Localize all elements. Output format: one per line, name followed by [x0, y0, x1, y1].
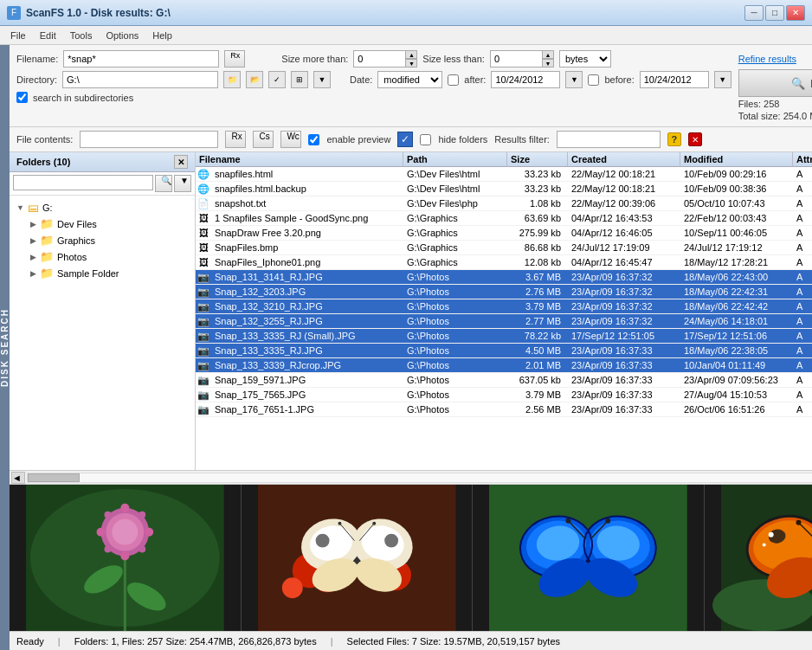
col-header-filename[interactable]: Filename	[196, 152, 403, 166]
after-date-btn[interactable]: ▼	[565, 71, 583, 88]
before-date-input[interactable]	[640, 71, 709, 88]
tree-item-graphics[interactable]: ▶ 📁 Graphics	[27, 232, 191, 248]
file-cell-name: snapfiles.html	[211, 168, 403, 180]
close-button[interactable]: ✕	[786, 5, 805, 21]
title-bar: F ScanFS 1.0 - Disk results: G:\ ─ □ ✕	[0, 0, 812, 26]
contents-btn2[interactable]: Cs	[253, 131, 274, 148]
subdirectories-label: search in subdirectories	[33, 93, 133, 103]
size-more-up[interactable]: ▲	[405, 50, 417, 59]
table-row[interactable]: 📷 Snap_133_3335_RJ (Small).JPG G:\Photos…	[196, 329, 812, 344]
menu-edit[interactable]: Edit	[33, 29, 63, 42]
table-row[interactable]: 🌐 snapfiles.html G:\Dev Files\html 33.23…	[196, 167, 812, 182]
table-row[interactable]: 📷 Snap_132_3203.JPG G:\Photos 2.76 MB 23…	[196, 285, 812, 299]
tree-item-devfiles[interactable]: ▶ 📁 Dev Files	[27, 216, 191, 232]
menu-tools[interactable]: Tools	[63, 29, 100, 42]
tree-item-g[interactable]: ▼ 🖴 G:	[13, 199, 191, 216]
table-row[interactable]: 📷 Snap_131_3141_RJ.JPG G:\Photos 3.67 MB…	[196, 270, 812, 285]
file-cell-attrib: A	[793, 374, 812, 386]
directory-input[interactable]	[62, 71, 218, 88]
table-row[interactable]: 📷 Snap_176_7651-1.JPG G:\Photos 2.56 MB …	[196, 402, 812, 417]
svg-point-13	[104, 546, 111, 553]
after-date-input[interactable]	[491, 71, 560, 88]
dir-btn4[interactable]: ⊞	[291, 71, 308, 88]
dir-btn3[interactable]: ✓	[268, 71, 286, 88]
hide-folders-checkbox[interactable]	[420, 134, 431, 145]
file-cell-attrib: A	[793, 212, 812, 224]
tree-item-samplefolder[interactable]: ▶ 📁 Sample Folder	[27, 265, 191, 281]
minimize-button[interactable]: ─	[744, 5, 764, 21]
size-unit-select[interactable]: bytes kb mb gb	[559, 50, 611, 68]
hscroll-thumb[interactable]	[28, 473, 80, 482]
table-row[interactable]: 📷 Snap_132_3255_RJ.JPG G:\Photos 2.77 MB…	[196, 314, 812, 329]
results-filter-input[interactable]	[557, 131, 661, 148]
table-row[interactable]: 🖼 SnapFiles.bmp G:\Graphics 86.68 kb 24/…	[196, 241, 812, 255]
table-row[interactable]: 📷 Snap_133_3339_RJcrop.JPG G:\Photos 2.0…	[196, 358, 812, 373]
menu-help[interactable]: Help	[145, 29, 179, 42]
table-row[interactable]: 🖼 1 Snapfiles Sample - GoodSync.png G:\G…	[196, 211, 812, 226]
table-row[interactable]: 🌐 snapfiles.html.backup G:\Dev Files\htm…	[196, 182, 812, 196]
table-row[interactable]: 📄 snapshot.txt G:\Dev Files\php 1.08 kb …	[196, 196, 812, 211]
filename-input[interactable]	[63, 50, 219, 68]
file-cell-modified: 22/Feb/12 00:03:43	[680, 212, 793, 224]
table-row[interactable]: 🖼 SnapFiles_Iphone01.png G:\Graphics 12.…	[196, 255, 812, 270]
file-cell-name: Snap_131_3141_RJ.JPG	[211, 271, 403, 283]
folders-close-button[interactable]: ✕	[174, 155, 188, 169]
dir-btn5[interactable]: ▼	[313, 71, 331, 88]
clear-filter-button[interactable]: ✕	[688, 132, 702, 146]
enable-preview-checkbox[interactable]	[308, 134, 319, 145]
tree-item-photos[interactable]: ▶ 📁 Photos	[27, 248, 191, 265]
contents-btn3[interactable]: Wc	[280, 131, 301, 148]
file-cell-modified: 10/Feb/09 00:29:16	[680, 168, 793, 180]
help-icon[interactable]: ?	[667, 132, 681, 146]
folder-filter-btn[interactable]: ▼	[174, 175, 191, 192]
col-header-modified[interactable]: Modified	[680, 152, 793, 166]
table-row[interactable]: 🖼 SnapDraw Free 3.20.png G:\Graphics 275…	[196, 226, 812, 241]
size-less-value[interactable]	[490, 50, 542, 68]
col-header-path[interactable]: Path	[403, 152, 507, 166]
table-row[interactable]: 📷 Snap_133_3335_RJ.JPG G:\Photos 4.50 MB…	[196, 344, 812, 358]
table-row[interactable]: 📷 Snap_159_5971.JPG G:\Photos 637.05 kb …	[196, 373, 812, 388]
size-less-up[interactable]: ▲	[542, 50, 554, 59]
filename-btn1[interactable]: Rx	[224, 50, 245, 68]
col-header-size[interactable]: Size	[507, 152, 568, 166]
size-more-value[interactable]	[353, 50, 405, 68]
subdirectories-checkbox[interactable]	[16, 92, 28, 103]
folder-search-input[interactable]	[13, 175, 153, 190]
menu-options[interactable]: Options	[99, 29, 145, 42]
file-contents-input[interactable]	[80, 131, 218, 148]
table-row[interactable]: 📷 Snap_132_3210_RJ.JPG G:\Photos 3.79 MB…	[196, 299, 812, 314]
file-cell-created: 23/Apr/09 16:37:33	[568, 389, 680, 401]
date-modifier-select[interactable]: modified created accessed	[377, 71, 442, 88]
svg-point-66	[763, 544, 766, 547]
folder-search-btn[interactable]: 🔍	[155, 175, 172, 192]
file-cell-created: 23/Apr/09 16:37:33	[568, 359, 680, 371]
contents-btn1[interactable]: Rx	[225, 131, 246, 148]
col-header-created[interactable]: Created	[568, 152, 680, 166]
file-cell-path: G:\Photos	[403, 374, 507, 386]
file-list-body[interactable]: 🌐 snapfiles.html G:\Dev Files\html 33.23…	[196, 167, 812, 470]
col-header-attrib[interactable]: Attribu	[793, 152, 812, 166]
refine-results-link[interactable]: Refine results	[738, 54, 796, 64]
menu-file[interactable]: File	[3, 29, 33, 42]
disk-search-tab-label: DISK SEARCH	[0, 308, 10, 387]
file-type-icon: 📷	[196, 329, 211, 343]
size-less-down[interactable]: ▼	[542, 59, 554, 68]
horizontal-scrollbar[interactable]: ◄ ►	[10, 470, 812, 484]
after-checkbox[interactable]	[448, 74, 459, 86]
dir-btn1[interactable]: 📁	[223, 71, 241, 88]
browser-area: Folders (10) ✕ 🔍 ▼ ▼ 🖴 G:	[10, 152, 812, 470]
file-cell-path: G:\Graphics	[403, 227, 507, 239]
dir-btn2[interactable]: 📂	[246, 71, 263, 88]
file-cell-name: 1 Snapfiles Sample - GoodSync.png	[211, 212, 403, 224]
table-row[interactable]: 📷 Snap_175_7565.JPG G:\Photos 3.79 MB 23…	[196, 388, 812, 402]
maximize-button[interactable]: □	[765, 5, 784, 21]
disk-search-button[interactable]: 🔍 Disk Search	[738, 69, 812, 97]
file-cell-created: 23/Apr/09 16:37:32	[568, 286, 680, 298]
before-date-btn[interactable]: ▼	[714, 71, 731, 88]
file-cell-attrib: A	[793, 271, 812, 283]
hscroll-left-btn[interactable]: ◄	[11, 472, 25, 484]
size-more-down[interactable]: ▼	[405, 59, 417, 68]
before-checkbox[interactable]	[588, 74, 599, 86]
disk-search-tab[interactable]: DISK SEARCH	[0, 45, 10, 650]
folder-icon-g: 🖴	[28, 201, 39, 214]
